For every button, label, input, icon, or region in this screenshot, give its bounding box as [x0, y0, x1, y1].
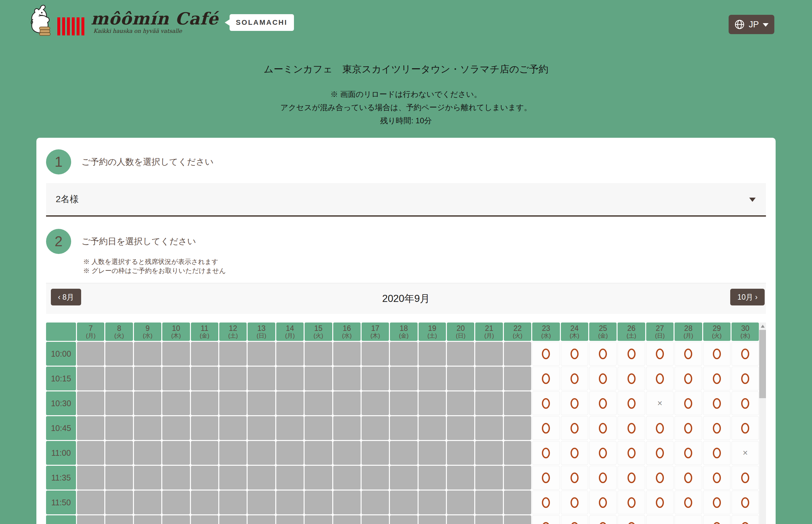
slot-28-11:00[interactable]	[675, 441, 702, 465]
day-header-12: 12(土)	[219, 323, 247, 341]
slot-29-12:05[interactable]	[703, 515, 731, 524]
slot-30-10:30[interactable]	[731, 391, 759, 415]
slot-unavailable-12-12:05	[219, 515, 247, 524]
slot-25-10:00[interactable]	[589, 342, 617, 366]
slot-25-11:00[interactable]	[589, 441, 617, 465]
slot-29-11:00[interactable]	[703, 441, 731, 465]
slot-30-11:35[interactable]	[731, 466, 759, 490]
slot-24-11:50[interactable]	[561, 491, 588, 514]
slot-unavailable-12-10:45	[219, 416, 247, 440]
slot-29-11:35[interactable]	[703, 466, 731, 490]
day-header-15: 15(火)	[305, 323, 332, 341]
scrollbar-up-button[interactable]	[759, 323, 766, 330]
slot-28-10:00[interactable]	[675, 342, 702, 366]
slot-30-10:45[interactable]	[731, 416, 759, 440]
slot-25-10:15[interactable]	[589, 366, 617, 390]
slot-28-10:30[interactable]	[675, 391, 702, 415]
day-header-13: 13(日)	[248, 323, 275, 341]
step2-number-badge: 2	[46, 229, 71, 254]
slot-25-11:35[interactable]	[589, 466, 617, 490]
day-number: 28	[684, 325, 693, 333]
slot-23-10:15[interactable]	[532, 366, 559, 390]
slot-unavailable-11-10:45	[191, 416, 218, 440]
slot-29-11:50[interactable]	[703, 491, 731, 514]
slot-25-11:50[interactable]	[589, 491, 617, 514]
time-label-10:00: 10:00	[46, 342, 76, 366]
topbar: môômín Café Kaikki hauska on hyvää vatsa…	[0, 0, 812, 40]
slot-30-10:00[interactable]	[731, 342, 759, 366]
slot-24-10:15[interactable]	[561, 366, 588, 390]
slot-unavailable-14-12:05	[276, 515, 304, 524]
slot-25-10:45[interactable]	[589, 416, 617, 440]
slot-24-12:05[interactable]	[561, 515, 588, 524]
slot-28-10:45[interactable]	[675, 416, 702, 440]
calendar-scrollbar	[759, 323, 766, 524]
slot-26-10:00[interactable]	[618, 342, 645, 366]
slot-28-11:35[interactable]	[675, 466, 702, 490]
slot-26-11:00[interactable]	[618, 441, 645, 465]
slot-28-11:50[interactable]	[675, 491, 702, 514]
slot-30-11:50[interactable]	[731, 491, 759, 514]
slot-unavailable-22-12:05	[504, 515, 531, 524]
slot-27-10:45[interactable]	[646, 416, 673, 440]
slot-26-12:05[interactable]	[618, 515, 645, 524]
slot-27-11:00[interactable]	[646, 441, 673, 465]
slot-24-10:30[interactable]	[561, 391, 588, 415]
slot-unavailable-17-11:50	[361, 491, 389, 514]
slot-29-10:30[interactable]	[703, 391, 731, 415]
slot-25-12:05[interactable]	[589, 515, 617, 524]
slot-23-12:05[interactable]	[532, 515, 559, 524]
slot-29-10:00[interactable]	[703, 342, 731, 366]
slot-23-11:00[interactable]	[532, 441, 559, 465]
slot-unavailable-10-10:45	[162, 416, 190, 440]
slot-26-10:30[interactable]	[618, 391, 645, 415]
available-mark	[628, 398, 636, 409]
slot-27-11:35[interactable]	[646, 466, 673, 490]
day-of-week: (土)	[627, 332, 636, 339]
slot-29-10:15[interactable]	[703, 366, 731, 390]
day-of-week: (月)	[86, 332, 96, 339]
slot-unavailable-8-10:00	[105, 342, 133, 366]
slot-28-10:15[interactable]	[675, 366, 702, 390]
slot-26-10:45[interactable]	[618, 416, 645, 440]
language-selector-button[interactable]: JP	[729, 15, 774, 34]
slot-23-11:35[interactable]	[532, 466, 559, 490]
slot-unavailable-13-10:00	[248, 342, 275, 366]
slot-24-11:35[interactable]	[561, 466, 588, 490]
slot-23-11:50[interactable]	[532, 491, 559, 514]
slot-29-10:45[interactable]	[703, 416, 731, 440]
slot-unavailable-20-10:45	[447, 416, 474, 440]
brand-wordmark: môômín Café	[91, 10, 218, 27]
day-header-25: 25(金)	[589, 323, 617, 341]
available-mark	[542, 497, 550, 508]
slot-unavailable-11-11:50	[191, 491, 218, 514]
slot-unavailable-15-11:00	[305, 441, 332, 465]
prev-month-button[interactable]: ‹ 8月	[51, 289, 81, 306]
available-mark	[741, 497, 749, 508]
day-header-10: 10(木)	[162, 323, 190, 341]
slot-24-11:00[interactable]	[561, 441, 588, 465]
calendar-grid: 7(月)8(火)9(水)10(木)11(金)12(土)13(日)14(月)15(…	[46, 323, 759, 524]
slot-27-10:15[interactable]	[646, 366, 673, 390]
party-size-select[interactable]: 2名様	[46, 183, 766, 217]
slot-27-11:50[interactable]	[646, 491, 673, 514]
slot-26-10:15[interactable]	[618, 366, 645, 390]
slot-30-10:15[interactable]	[731, 366, 759, 390]
scrollbar-thumb[interactable]	[759, 330, 766, 398]
slot-unavailable-17-10:15	[361, 366, 389, 390]
slot-25-10:30[interactable]	[589, 391, 617, 415]
slot-24-10:45[interactable]	[561, 416, 588, 440]
slot-23-10:00[interactable]	[532, 342, 559, 366]
slot-unavailable-9-10:15	[134, 366, 161, 390]
day-of-week: (金)	[200, 332, 209, 339]
slot-30-12:05[interactable]	[731, 515, 759, 524]
slot-23-10:30[interactable]	[532, 391, 559, 415]
slot-24-10:00[interactable]	[561, 342, 588, 366]
slot-26-11:35[interactable]	[618, 466, 645, 490]
slot-26-11:50[interactable]	[618, 491, 645, 514]
available-mark	[542, 448, 550, 458]
available-mark	[628, 497, 636, 508]
next-month-button[interactable]: 10月 ›	[730, 289, 765, 306]
slot-23-10:45[interactable]	[532, 416, 559, 440]
slot-27-10:00[interactable]	[646, 342, 673, 366]
